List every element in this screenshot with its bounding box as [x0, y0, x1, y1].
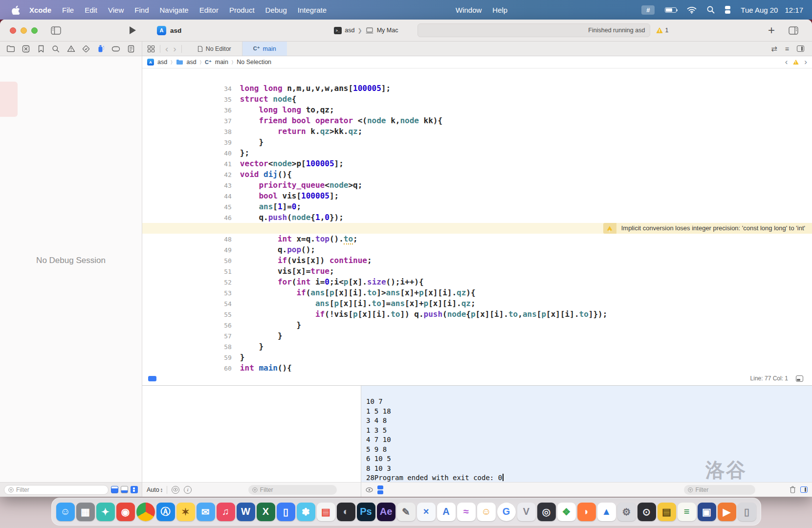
scheme-selector[interactable]: >_ asd ❯ My Mac	[334, 27, 398, 34]
warning-triangle-icon[interactable]	[793, 60, 799, 65]
tab-no-editor[interactable]: No Editor	[187, 42, 242, 56]
warning-count-badge[interactable]: 1	[656, 27, 668, 34]
tests-navigator-icon[interactable]	[81, 44, 91, 54]
editor-bottom-bar-icon[interactable]	[796, 375, 803, 382]
menu-item[interactable]: Product	[224, 6, 260, 14]
control-center-icon[interactable]	[725, 6, 730, 14]
dock-icon[interactable]: ✽	[297, 503, 315, 521]
dock-icon[interactable]: ◉	[116, 503, 135, 521]
code-line[interactable]: 45 ans[1]=0;	[142, 191, 812, 201]
apple-menu-icon[interactable]	[12, 5, 20, 15]
code-line[interactable]: 58 }	[142, 330, 812, 341]
code-line[interactable]: 56 }	[142, 309, 812, 320]
dock-icon[interactable]: Ae	[377, 503, 395, 521]
issues-navigator-icon[interactable]	[66, 44, 76, 54]
dock-icon[interactable]: ◗	[577, 503, 596, 521]
code-line[interactable]: 47 while(!q.empty()){	[142, 212, 812, 223]
jumpbar-selection[interactable]: No Selection	[237, 59, 271, 66]
code-line[interactable]: 57 }	[142, 320, 812, 330]
stack-frames-icon[interactable]	[131, 486, 138, 493]
menu-item[interactable]: Integrate	[292, 6, 332, 14]
dock-icon[interactable]: ☺	[56, 503, 75, 521]
code-line[interactable]: 36 long long to,qz;	[142, 94, 812, 105]
code-line[interactable]: 37 friend bool operator <(node k,node kk…	[142, 105, 812, 115]
console-filter-field[interactable]	[684, 485, 755, 495]
back-button[interactable]: ‹	[165, 45, 168, 52]
menu-item[interactable]: Help	[487, 6, 513, 14]
battery-icon[interactable]	[665, 7, 677, 13]
code-line[interactable]: 61 ios::sync_with_stdio(false);	[142, 363, 812, 372]
previous-issue-icon[interactable]: ‹	[785, 59, 788, 65]
dock-icon[interactable]: W	[237, 503, 255, 521]
dock-icon[interactable]: ▣	[698, 503, 716, 521]
menu-item[interactable]: Edit	[79, 6, 103, 14]
code-line[interactable]: 34long long n,m,u,v,w,ans[100005];	[142, 72, 812, 83]
dock-icon[interactable]: G	[497, 503, 516, 521]
breakpoints-toggle-icon[interactable]	[111, 486, 118, 493]
dock-icon[interactable]: V	[517, 503, 536, 521]
breakpoints-navigator-icon[interactable]	[111, 44, 121, 54]
jumpbar-file[interactable]: main	[215, 59, 228, 66]
code-line[interactable]: 44 bool vis[100005];	[142, 180, 812, 191]
dock-icon[interactable]: ≈	[457, 503, 476, 521]
code-line[interactable]: 60int main(){	[142, 352, 812, 363]
dock-icon[interactable]: ▦	[76, 503, 95, 521]
code-line[interactable]: 50 if(vis[x]) continue;	[142, 244, 812, 255]
code-line[interactable]: 53 if(ans[p[x][i].to]>ans[x]+p[x][i].qz)…	[142, 277, 812, 287]
menu-item[interactable]: Window	[450, 6, 487, 14]
running-filter-icon[interactable]	[121, 486, 128, 493]
dock-icon[interactable]: ♫	[217, 503, 235, 521]
code-line[interactable]: 46 q.push(node{1,0});	[142, 201, 812, 212]
variables-scope-select[interactable]: Auto ▴▾	[147, 486, 162, 493]
source-control-icon[interactable]	[21, 44, 31, 54]
variables-filter-field[interactable]	[248, 485, 337, 495]
wifi-icon[interactable]	[687, 6, 697, 14]
bookmarks-icon[interactable]	[36, 44, 46, 54]
dock-icon[interactable]: ▶	[718, 503, 736, 521]
zoom-button[interactable]	[31, 27, 38, 34]
project-icon[interactable]: A	[147, 59, 154, 66]
menu-clock[interactable]: Tue Aug 20 12:17	[741, 6, 803, 14]
dock-icon[interactable]: ×	[417, 503, 436, 521]
sidebar-filter-input[interactable]	[16, 486, 104, 493]
menu-item[interactable]: Debug	[260, 6, 292, 14]
dock-icon[interactable]: X	[257, 503, 275, 521]
inline-warning[interactable]: Implicit conversion loses integer precis…	[603, 223, 812, 234]
dock-icon[interactable]: ✦	[96, 503, 115, 521]
debug-navigator-icon[interactable]	[96, 44, 106, 54]
dock-icon[interactable]: ✉	[197, 503, 215, 521]
dock-icon[interactable]: ✶	[176, 503, 195, 521]
editor-layout-icon[interactable]	[789, 26, 798, 35]
code-line[interactable]: 48 int x=q.top().to; Implicit conversion…	[142, 223, 812, 234]
variables-view-body[interactable]	[142, 386, 361, 482]
spotlight-search-icon[interactable]	[707, 6, 715, 14]
inspector-toggle-icon[interactable]	[797, 45, 804, 52]
code-line[interactable]: 43 priority_queue<node>q;	[142, 169, 812, 180]
dock-icon[interactable]: ▤	[658, 503, 676, 521]
dock-icon[interactable]: ◎	[537, 503, 556, 521]
code-line[interactable]: 52 for(int i=0;i<p[x].size();i++){	[142, 266, 812, 277]
code-line[interactable]: 42void dij(){	[142, 158, 812, 169]
dock-icon[interactable]: ▤	[317, 503, 335, 521]
sidebar-filter-field[interactable]	[4, 485, 109, 495]
menu-xcode[interactable]: Xcode	[24, 6, 57, 14]
code-review-icon[interactable]: ⇄	[771, 44, 777, 53]
code-line[interactable]: 40};	[142, 137, 812, 148]
quicklook-eye-icon[interactable]	[172, 486, 179, 494]
related-items-icon[interactable]	[147, 45, 155, 53]
quicklook-eye-icon[interactable]	[366, 487, 373, 492]
dock-icon[interactable]: ☺	[477, 503, 496, 521]
menu-item[interactable]: Navigate	[154, 6, 194, 14]
code-line[interactable]: 38 return k.qz>kk.qz;	[142, 115, 812, 126]
jumpbar-project[interactable]: asd	[157, 59, 167, 66]
dock-icon[interactable]	[136, 503, 155, 521]
code-line[interactable]: 55 if(!vis[p[x][i].to]) q.push(node{p[x]…	[142, 298, 812, 309]
code-line[interactable]: 51 vis[x]=true;	[142, 255, 812, 266]
dock-icon[interactable]: Ps	[357, 503, 375, 521]
dock-icon[interactable]: ⊙	[637, 503, 656, 521]
dock-icon[interactable]: ⚙	[617, 503, 636, 521]
variables-filter-input[interactable]	[260, 486, 333, 493]
dock-icon[interactable]: ▲	[597, 503, 616, 521]
code-line[interactable]: 35struct node{	[142, 83, 812, 94]
project-navigator-icon[interactable]	[6, 44, 16, 54]
